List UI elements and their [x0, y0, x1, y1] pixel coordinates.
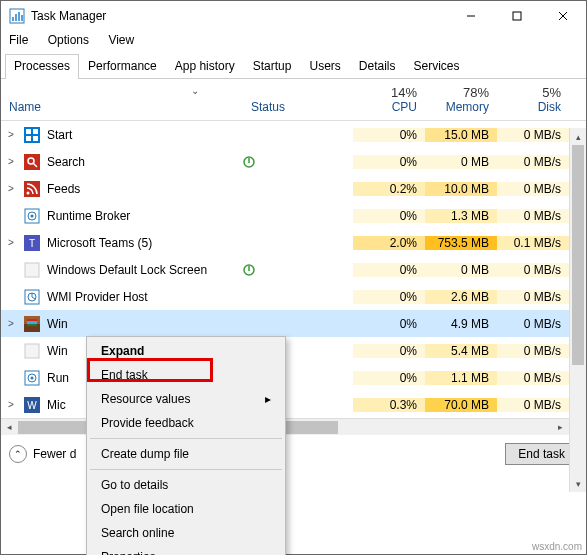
menu-view[interactable]: View: [108, 33, 134, 47]
tab-strip: Processes Performance App history Startu…: [1, 53, 586, 79]
vertical-scrollbar[interactable]: ▴ ▾: [569, 128, 586, 492]
process-name-label: Windows Default Lock Screen: [47, 263, 207, 277]
maximize-button[interactable]: [494, 1, 540, 31]
process-name-cell: Start: [21, 126, 243, 144]
tab-services[interactable]: Services: [405, 54, 469, 79]
cpu-cell: 0%: [353, 263, 425, 277]
disk-cell: 0 MB/s: [497, 209, 569, 223]
col-cpu[interactable]: 14% CPU: [353, 79, 425, 120]
disk-cell: 0 MB/s: [497, 182, 569, 196]
ctx-provide-feedback[interactable]: Provide feedback: [89, 411, 283, 435]
process-name-label: Microsoft Teams (5): [47, 236, 152, 250]
ctx-end-task-label: End task: [101, 368, 148, 382]
tab-details[interactable]: Details: [350, 54, 405, 79]
table-row[interactable]: WMI Provider Host0%2.6 MB0 MB/s: [1, 283, 569, 310]
word-icon: W: [23, 396, 41, 414]
ctx-end-task[interactable]: End task: [89, 363, 283, 387]
ctx-go-to-details[interactable]: Go to details: [89, 473, 283, 497]
svg-rect-3: [18, 12, 20, 21]
disk-cell: 0 MB/s: [497, 128, 569, 142]
tab-users[interactable]: Users: [300, 54, 349, 79]
svg-rect-34: [25, 344, 39, 358]
feeds-icon: [23, 180, 41, 198]
expand-toggle-icon[interactable]: >: [1, 318, 21, 329]
ctx-expand-label: Expand: [101, 344, 144, 358]
memory-cell: 10.0 MB: [425, 182, 497, 196]
table-row[interactable]: >TMicrosoft Teams (5)2.0%753.5 MB0.1 MB/…: [1, 229, 569, 256]
svg-rect-11: [33, 129, 38, 134]
blank-icon: [23, 342, 41, 360]
v-scroll-thumb[interactable]: [572, 145, 584, 365]
table-row[interactable]: Windows Default Lock Screen0%0 MB0 MB/s: [1, 256, 569, 283]
minimize-button[interactable]: [448, 1, 494, 31]
ctx-search-online[interactable]: Search online: [89, 521, 283, 545]
ctx-openloc-label: Open file location: [101, 502, 194, 516]
expand-toggle-icon[interactable]: >: [1, 129, 21, 140]
cpu-cell: 0%: [353, 155, 425, 169]
tab-startup[interactable]: Startup: [244, 54, 301, 79]
process-name-cell: Runtime Broker: [21, 207, 243, 225]
scroll-up-icon[interactable]: ▴: [570, 128, 587, 145]
ctx-expand[interactable]: Expand: [89, 339, 283, 363]
table-row[interactable]: >Start0%15.0 MB0 MB/s: [1, 121, 569, 148]
scroll-left-icon[interactable]: ◂: [1, 419, 18, 436]
window-controls: [448, 1, 586, 31]
process-name-label: Feeds: [47, 182, 80, 196]
memory-cell: 70.0 MB: [425, 398, 497, 412]
expand-toggle-icon[interactable]: >: [1, 156, 21, 167]
ctx-separator: [90, 438, 282, 439]
disk-cell: 0 MB/s: [497, 344, 569, 358]
svg-rect-33: [27, 324, 37, 326]
tab-processes[interactable]: Processes: [5, 54, 79, 79]
svg-rect-2: [15, 14, 17, 21]
ctx-dump-label: Create dump file: [101, 447, 189, 461]
svg-rect-6: [513, 12, 521, 20]
expand-toggle-icon[interactable]: >: [1, 399, 21, 410]
menu-options[interactable]: Options: [48, 33, 89, 47]
cpu-cell: 0%: [353, 128, 425, 142]
process-name-label: Mic: [47, 398, 66, 412]
scroll-down-icon[interactable]: ▾: [570, 475, 587, 492]
col-disk[interactable]: 5% Disk: [497, 79, 569, 120]
ctx-create-dump[interactable]: Create dump file: [89, 442, 283, 466]
ctx-resource-values[interactable]: Resource values▸: [89, 387, 283, 411]
col-memory[interactable]: 78% Memory: [425, 79, 497, 120]
svg-rect-12: [26, 136, 31, 141]
table-row[interactable]: >Win0%4.9 MB0 MB/s: [1, 310, 569, 337]
process-name-label: Start: [47, 128, 72, 142]
scroll-right-icon[interactable]: ▸: [552, 419, 569, 436]
tab-performance[interactable]: Performance: [79, 54, 166, 79]
col-name[interactable]: Name ⌄: [1, 79, 243, 120]
process-name-cell: Feeds: [21, 180, 243, 198]
cpu-cell: 2.0%: [353, 236, 425, 250]
cpu-cell: 0%: [353, 317, 425, 331]
tab-app-history[interactable]: App history: [166, 54, 244, 79]
table-row[interactable]: >Feeds0.2%10.0 MB0 MB/s: [1, 175, 569, 202]
fewer-details-button[interactable]: ⌃ Fewer d: [9, 445, 76, 463]
process-name-cell: WMI Provider Host: [21, 288, 243, 306]
memory-cell: 0 MB: [425, 263, 497, 277]
col-name-label: Name: [9, 100, 41, 114]
memory-cell: 0 MB: [425, 155, 497, 169]
menu-file[interactable]: File: [9, 33, 28, 47]
table-row[interactable]: >Search0%0 MB0 MB/s: [1, 148, 569, 175]
svg-rect-18: [24, 181, 40, 197]
cpu-cell: 0%: [353, 290, 425, 304]
ctx-properties[interactable]: Properties: [89, 545, 283, 555]
svg-point-22: [31, 214, 34, 217]
cpu-cell: 0%: [353, 209, 425, 223]
close-button[interactable]: [540, 1, 586, 31]
memory-cell: 1.1 MB: [425, 371, 497, 385]
svg-rect-25: [25, 263, 39, 277]
ctx-open-file-location[interactable]: Open file location: [89, 497, 283, 521]
disk-cell: 0 MB/s: [497, 263, 569, 277]
end-task-button[interactable]: End task: [505, 443, 578, 465]
app-icon: [9, 8, 25, 24]
expand-toggle-icon[interactable]: >: [1, 183, 21, 194]
table-row[interactable]: Runtime Broker0%1.3 MB0 MB/s: [1, 202, 569, 229]
sort-indicator-icon: ⌄: [191, 85, 199, 96]
disk-cell: 0 MB/s: [497, 371, 569, 385]
col-status[interactable]: Status: [243, 79, 353, 120]
disk-percent: 5%: [505, 85, 561, 100]
expand-toggle-icon[interactable]: >: [1, 237, 21, 248]
